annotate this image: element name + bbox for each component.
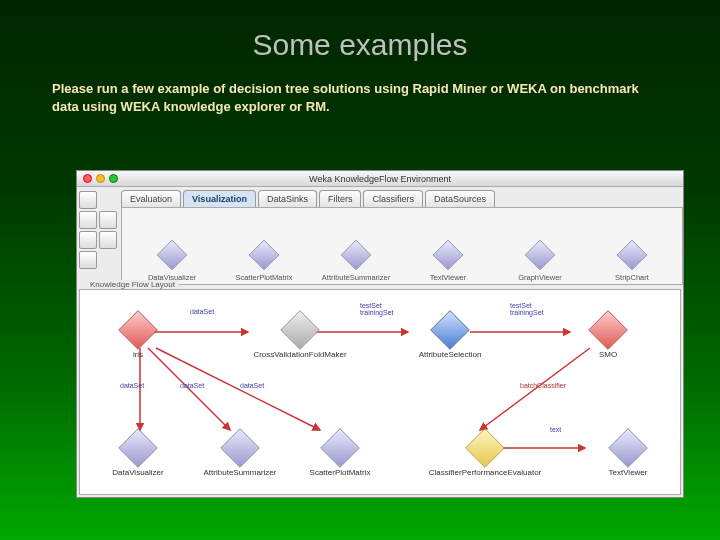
palette-item[interactable]: DataVisualizer — [131, 240, 213, 282]
node-label: ScatterPlotMatrix — [290, 468, 390, 477]
svg-line-4 — [148, 348, 230, 430]
node-label: CrossValidationFoldMaker — [240, 350, 360, 359]
node-attributeselection[interactable]: AttributeSelection — [400, 312, 500, 359]
category-tabs: Evaluation Visualization DataSinks Filte… — [77, 187, 683, 207]
node-smo[interactable]: SMO — [568, 312, 648, 359]
node-label: iris — [98, 350, 178, 359]
tab-datasinks[interactable]: DataSinks — [258, 190, 317, 207]
edge-label: testSet trainingSet — [360, 302, 393, 316]
edge-label: batchClassifier — [520, 382, 566, 389]
window-title: Weka KnowledgeFlow Environment — [77, 174, 683, 184]
tool-icon[interactable] — [99, 231, 117, 249]
node-scatterplotmatrix[interactable]: ScatterPlotMatrix — [290, 430, 390, 477]
node-label: TextViewer — [588, 468, 668, 477]
palette-label: GraphViewer — [518, 273, 562, 282]
close-icon[interactable] — [83, 174, 92, 183]
edge-label: dataSet — [190, 308, 214, 315]
node-datavisualizer[interactable]: DataVisualizer — [98, 430, 178, 477]
palette-item[interactable]: TextViewer — [407, 240, 489, 282]
tab-evaluation[interactable]: Evaluation — [121, 190, 181, 207]
slide-subtitle: Please run a few example of decision tre… — [0, 80, 720, 115]
palette-item[interactable]: ScatterPlotMatrix — [223, 240, 305, 282]
edge-label: testSet trainingSet — [510, 302, 543, 316]
flow-canvas[interactable]: Knowledge Flow Layout iris dataSet Cross… — [79, 289, 681, 495]
palette-item[interactable]: StripChart — [591, 240, 673, 282]
palette-label: ScatterPlotMatrix — [235, 273, 292, 282]
pointer-tool-icon[interactable] — [79, 191, 97, 209]
node-iris[interactable]: iris — [98, 312, 178, 359]
palette-item[interactable]: GraphViewer — [499, 240, 581, 282]
node-classifierperfevaluator[interactable]: ClassifierPerformanceEvaluator — [410, 430, 560, 477]
edge-label: dataSet — [180, 382, 204, 389]
palette-label: AttributeSummarizer — [322, 273, 390, 282]
weka-screenshot: Weka KnowledgeFlow Environment Evaluatio… — [76, 170, 684, 498]
node-label: SMO — [568, 350, 648, 359]
node-label: ClassifierPerformanceEvaluator — [410, 468, 560, 477]
node-cvfoldmaker[interactable]: CrossValidationFoldMaker — [240, 312, 360, 359]
node-attributesummarizer[interactable]: AttributeSummarizer — [190, 430, 290, 477]
edge-label: dataSet — [240, 382, 264, 389]
tool-icon[interactable] — [79, 231, 97, 249]
palette-label: TextViewer — [430, 273, 467, 282]
tab-datasources[interactable]: DataSources — [425, 190, 495, 207]
edge-label: dataSet — [120, 382, 144, 389]
tool-icon[interactable] — [79, 251, 97, 269]
edge-label: text — [550, 426, 561, 433]
svg-line-5 — [156, 348, 320, 430]
tool-icon[interactable] — [99, 211, 117, 229]
tab-filters[interactable]: Filters — [319, 190, 362, 207]
node-label: DataVisualizer — [98, 468, 178, 477]
slide-title: Some examples — [0, 0, 720, 80]
node-label: AttributeSummarizer — [190, 468, 290, 477]
tab-classifiers[interactable]: Classifiers — [363, 190, 423, 207]
component-palette: DataVisualizer ScatterPlotMatrix Attribu… — [121, 207, 683, 285]
flow-area-title: Knowledge Flow Layout — [86, 280, 179, 289]
zoom-icon[interactable] — [109, 174, 118, 183]
window-titlebar: Weka KnowledgeFlow Environment — [77, 171, 683, 187]
minimize-icon[interactable] — [96, 174, 105, 183]
tool-icon[interactable] — [79, 211, 97, 229]
tool-palette — [79, 191, 119, 269]
svg-line-6 — [480, 348, 590, 430]
node-label: AttributeSelection — [400, 350, 500, 359]
tab-visualization[interactable]: Visualization — [183, 190, 256, 207]
palette-label: StripChart — [615, 273, 649, 282]
node-textviewer[interactable]: TextViewer — [588, 430, 668, 477]
palette-item[interactable]: AttributeSummarizer — [315, 240, 397, 282]
